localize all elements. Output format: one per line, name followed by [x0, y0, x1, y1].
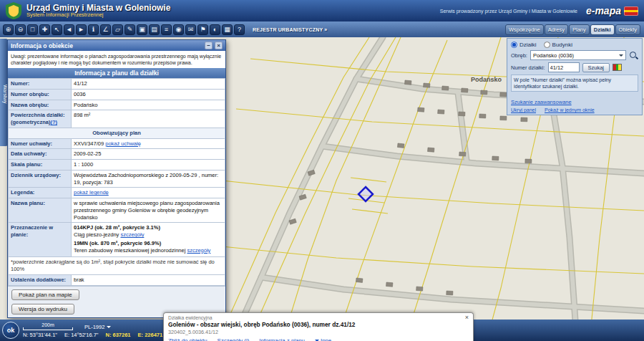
emapa-flag-icon	[624, 6, 638, 16]
use-details-link-2[interactable]: szczegóły	[187, 247, 210, 254]
header-right: Serwis prowadzony przez Urząd Gminy i Mi…	[440, 5, 638, 16]
object-info-dialog: Informacja o obiekcie − × Uwagi: prezent…	[7, 39, 226, 318]
show-resolution-link[interactable]: pokaż uchwałę	[105, 140, 141, 147]
app-header: Urząd Gminy i Miasta w Goleniowie System…	[0, 0, 644, 21]
radio-dzialki-input[interactable]	[511, 42, 517, 48]
search-type-radios: Działki Budynki	[511, 42, 638, 48]
street-view-icon[interactable]: ◉	[173, 24, 184, 35]
legend-icon[interactable]: ▦	[222, 24, 233, 35]
header-titles: Urząd Gminy i Miasta w Goleniowie System…	[26, 4, 170, 18]
tab-adresy[interactable]: Adresy	[545, 24, 568, 35]
select-arrow-icon[interactable]: ↖	[52, 24, 62, 35]
pan-icon[interactable]: ✚	[39, 24, 50, 35]
measure-length-icon[interactable]: ∠	[100, 24, 111, 35]
row-ustalenia: Ustalenia dodatkowe: brak	[9, 274, 225, 285]
parcel-search-panel: Działki Budynki Obręb: Podańsko (0036) N…	[507, 38, 643, 115]
geoportal-logo[interactable]: ok	[2, 322, 19, 339]
land-use-2: 19MN (ok. 870 m², pokrycie 96.9%) Teren …	[74, 240, 223, 254]
row-numer-uchwaly: Numer uchwały: XXVI/347/09 pokaż uchwałę	[9, 138, 225, 149]
radio-budynki-input[interactable]	[544, 42, 550, 48]
area-help-link[interactable]: (?)	[50, 119, 57, 125]
print-version-button[interactable]: Wersja do wydruku	[11, 304, 74, 314]
grid-coord-n: N: 637261	[106, 332, 131, 338]
tab-obiekty[interactable]: Obiekty	[615, 24, 640, 35]
zoom-to-object-link[interactable]: Zbliż do obiektu	[168, 337, 208, 341]
row-powierzchnia: Powierzchnia działki: (geometryczna)(?) …	[9, 110, 225, 128]
scale-label: 200m	[42, 322, 54, 327]
tab-dzialki[interactable]: Działki	[590, 24, 615, 35]
parcel-info-table: Numer: 41/12 Numer obrębu: 0036 Nazwa ob…	[8, 78, 225, 286]
next-view-icon[interactable]: ►	[76, 24, 87, 35]
previous-view-icon[interactable]: ◄	[64, 24, 74, 35]
row-skala-planu: Skala planu: 1 : 1000	[9, 160, 225, 170]
feature-actions: Zbliż do obiektu Szczegóły (i) Informacj…	[168, 337, 469, 341]
coordinates-readout: N: 53°31'44.1" E: 14°52'16.7" N: 637261 …	[23, 332, 162, 338]
obreb-select[interactable]: Podańsko (0036)	[530, 50, 626, 60]
dialog-title: Informacja o obiekcie	[11, 42, 73, 49]
feature-object-id: 320402_5.0036.41/12	[168, 329, 469, 335]
poi-icon[interactable]: ⚑	[197, 24, 208, 35]
parcel-number-input[interactable]	[548, 62, 580, 72]
emapa-logo[interactable]: e-mapa	[586, 5, 638, 16]
search-magnifier-icon[interactable]	[629, 51, 638, 60]
row-przeznaczenie: Przeznaczenie w planie: 014KPJ (ok. 28 m…	[9, 223, 225, 257]
parcel-number-row: Numer działki: Szukaj	[511, 62, 638, 72]
measure-area-icon[interactable]: ▱	[112, 24, 123, 35]
hide-panel-link[interactable]: Ukryj panel	[511, 107, 536, 112]
tab-wspolrzedne[interactable]: Współrzędne	[505, 24, 544, 35]
help-icon[interactable]: ?	[234, 24, 245, 35]
gmina-logo-icon[interactable]	[6, 2, 21, 19]
feature-popup: Działka ewidencyjna × Goleniów - obszar …	[163, 312, 474, 341]
single-window-link[interactable]: Pokaż w jednym oknie	[545, 107, 595, 112]
scale-bar-line	[23, 327, 73, 330]
advanced-search-link[interactable]: Szukanie zaawansowane	[511, 99, 572, 105]
app-root: Podańsko Podańsko Warstwy Urząd Gminy i …	[0, 0, 644, 341]
layers-icon[interactable]: ≡	[161, 24, 172, 35]
print-icon[interactable]: ▤	[149, 24, 160, 35]
radio-dzialki[interactable]: Działki	[511, 42, 537, 48]
popup-close-icon[interactable]: ×	[465, 314, 469, 320]
show-legend-link[interactable]: pokaż legendę	[74, 189, 109, 196]
row-numer: Numer: 41/12	[9, 79, 225, 90]
radio-budynki[interactable]: Budynki	[544, 42, 572, 48]
swipe-icon[interactable]: ◐	[210, 24, 220, 35]
snapshot-icon[interactable]: ▣	[137, 24, 147, 35]
close-icon[interactable]: ×	[215, 42, 223, 49]
app-subtitle: System Informacji Przestrzennej	[26, 12, 170, 18]
parcel-number-label: Numer działki:	[511, 64, 545, 71]
parcel-colors-icon[interactable]	[613, 64, 622, 71]
row-data-uchwaly: Data uchwały: 2009-02-25	[9, 149, 225, 160]
service-note: Serwis prowadzony przez Urząd Gminy i Mi…	[440, 9, 577, 14]
identify-icon[interactable]: ℹ	[88, 24, 99, 35]
zoom-window-icon[interactable]: □	[27, 24, 38, 35]
scale-bar: 200m	[23, 322, 73, 330]
rejestr-urbanistyczny-link[interactable]: REJESTR URBANISTYCZNY »	[253, 27, 327, 32]
other-actions-dropdown[interactable]: Inne	[315, 337, 331, 341]
minimize-icon[interactable]: −	[205, 42, 213, 49]
chevron-down-icon	[107, 326, 111, 330]
use-details-link-1[interactable]: szczegóły	[120, 231, 144, 238]
land-use-1: 014KPJ (ok. 28 m², pokrycie 3.1%) Ciąg p…	[74, 224, 223, 239]
panel-footer-links: Ukryj panel Pokaż w jednym oknie	[511, 107, 638, 112]
plan-info-link[interactable]: Informacja z planu	[259, 337, 305, 341]
zoom-out-icon[interactable]: ⊖	[15, 24, 26, 35]
statusbar-left: 200m PL-1992 N: 53°31'44.1" E: 14°52'16.…	[23, 322, 162, 338]
feature-title: Goleniów - obszar wiejski, obręb Podańsk…	[168, 321, 469, 328]
feature-type-label: Działka ewidencyjna	[168, 315, 213, 320]
crs-select[interactable]: PL-1992	[84, 323, 111, 330]
search-tabs: Współrzędne Adresy Plany Działki Obiekty	[505, 24, 640, 35]
tab-plany[interactable]: Plany	[569, 24, 590, 35]
szukaj-button[interactable]: Szukaj	[582, 63, 610, 72]
show-plan-on-map-button[interactable]: Pokaż plan na mapie	[11, 289, 79, 300]
mail-icon[interactable]: ✉	[185, 24, 196, 35]
draw-icon[interactable]: ✎	[125, 24, 135, 35]
dialog-titlebar[interactable]: Informacja o obiekcie − ×	[8, 40, 225, 51]
row-legenda: Legenda: pokaż legendę	[9, 188, 225, 198]
grid-coord-e: E: 226471	[138, 332, 163, 338]
row-dziennik-urzedowy: Dziennik urzędowy: Województwa Zachodnio…	[9, 170, 225, 188]
search-hint: W pole "Numer działki" można wpisać pełn…	[511, 75, 638, 92]
details-link[interactable]: Szczegóły (i)	[218, 337, 250, 341]
obreb-label: Obręb:	[511, 52, 527, 59]
zoom-in-icon[interactable]: ⊕	[3, 24, 14, 35]
row-plan-header: Obowiązujący plan	[9, 128, 225, 138]
